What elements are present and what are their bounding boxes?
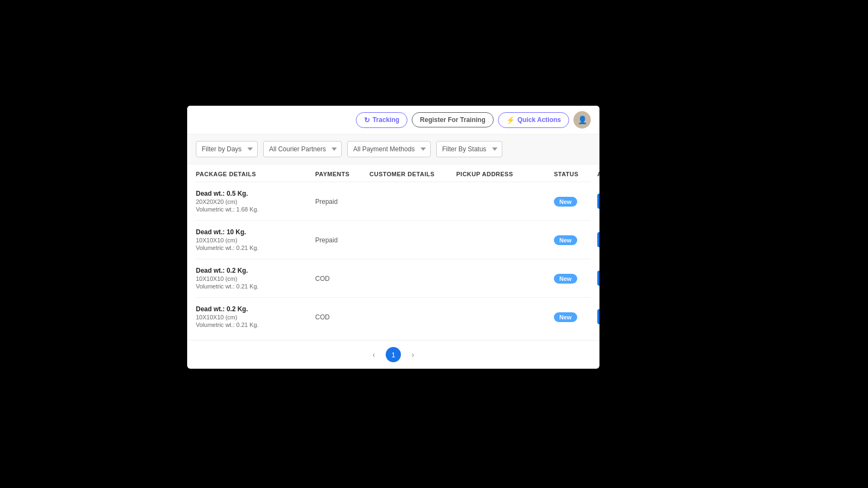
filter-payment-select[interactable]: All Payment Methods (347, 141, 431, 157)
pkg-volumetric: Volumetric wt.: 1.68 Kg. (196, 206, 315, 213)
actions-cell: SHIP NOW ⋮ (597, 194, 599, 209)
register-label: Register For Training (420, 116, 486, 124)
ship-now-button[interactable]: SHIP NOW (597, 309, 599, 324)
status-badge: New (554, 274, 577, 284)
orders-table: Package Details Payments Customer Detail… (187, 164, 599, 340)
avatar-icon: 👤 (578, 115, 587, 124)
table-row: Dead wt.: 0.2 Kg. 10X10X10 (cm) Volumetr… (196, 259, 591, 298)
ship-now-button[interactable]: SHIP NOW (597, 232, 599, 247)
bolt-icon: ⚡ (506, 116, 515, 124)
pkg-volumetric: Volumetric wt.: 0.21 Kg. (196, 322, 315, 328)
quick-actions-label: Quick Actions (518, 116, 561, 124)
pkg-dimensions: 20X20X20 (cm) (196, 198, 315, 205)
pagination-next[interactable]: › (405, 347, 420, 362)
actions-cell: SHIP NOW ⋮ (597, 232, 599, 247)
table-row: Dead wt.: 0.5 Kg. 20X20X20 (cm) Volumetr… (196, 182, 591, 221)
table-header: Package Details Payments Customer Detail… (196, 164, 591, 182)
pkg-dimensions: 10X10X10 (cm) (196, 237, 315, 243)
pkg-dimensions: 10X10X10 (cm) (196, 314, 315, 320)
payment-type: COD (315, 275, 330, 282)
page-number: 1 (391, 351, 395, 359)
status-badge: New (554, 235, 577, 245)
payment-type: COD (315, 313, 330, 321)
table-rows: Dead wt.: 0.5 Kg. 20X20X20 (cm) Volumetr… (196, 182, 591, 336)
pkg-details-cell: Dead wt.: 0.2 Kg. 10X10X10 (cm) Volumetr… (196, 305, 315, 328)
filter-status-select[interactable]: Filter By Status (436, 141, 502, 157)
payment-cell: COD (315, 273, 369, 283)
filter-bar: Filter by Days All Courier Partners All … (187, 134, 599, 164)
pagination-prev[interactable]: ‹ (366, 347, 381, 362)
payment-type: Prepaid (315, 236, 337, 244)
status-cell: New (554, 273, 597, 284)
pkg-volumetric: Volumetric wt.: 0.21 Kg. (196, 283, 315, 290)
tracking-icon: ↻ (364, 116, 370, 124)
tracking-label: Tracking (373, 116, 399, 124)
payment-cell: Prepaid (315, 196, 369, 206)
col-header-status: Status (554, 171, 597, 177)
pkg-dimensions: 10X10X10 (cm) (196, 275, 315, 282)
ship-now-button[interactable]: SHIP NOW (597, 194, 599, 209)
register-training-button[interactable]: Register For Training (412, 112, 494, 127)
payment-type: Prepaid (315, 198, 337, 206)
col-header-package: Package Details (196, 171, 315, 177)
status-badge: New (554, 312, 577, 322)
filter-days-select[interactable]: Filter by Days (196, 141, 258, 157)
pkg-weight: Dead wt.: 10 Kg. (196, 228, 315, 236)
pkg-weight: Dead wt.: 0.5 Kg. (196, 190, 315, 197)
status-cell: New (554, 196, 597, 207)
col-header-pickup: Pickup Address (456, 171, 554, 177)
filter-courier-select[interactable]: All Courier Partners (263, 141, 342, 157)
prev-arrow: ‹ (373, 350, 375, 359)
tracking-button[interactable]: ↻ Tracking (356, 112, 407, 128)
pkg-details-cell: Dead wt.: 0.2 Kg. 10X10X10 (cm) Volumetr… (196, 267, 315, 290)
header-bar: ↻ Tracking Register For Training ⚡ Quick… (187, 106, 599, 134)
actions-cell: SHIP NOW ⋮ (597, 309, 599, 324)
pagination-page-1[interactable]: 1 (386, 347, 401, 362)
payment-cell: Prepaid (315, 235, 369, 245)
main-panel: ↻ Tracking Register For Training ⚡ Quick… (187, 106, 599, 369)
pkg-details-cell: Dead wt.: 0.5 Kg. 20X20X20 (cm) Volumetr… (196, 190, 315, 213)
pkg-details-cell: Dead wt.: 10 Kg. 10X10X10 (cm) Volumetri… (196, 228, 315, 251)
col-header-customer: Customer Details (369, 171, 456, 177)
pkg-weight: Dead wt.: 0.2 Kg. (196, 267, 315, 274)
status-badge: New (554, 197, 577, 207)
pagination: ‹ 1 › (187, 340, 599, 369)
actions-cell: SHIP NOW ⋮ (597, 271, 599, 286)
payment-cell: COD (315, 312, 369, 322)
next-arrow: › (412, 350, 414, 359)
table-row: Dead wt.: 0.2 Kg. 10X10X10 (cm) Volumetr… (196, 298, 591, 336)
status-cell: New (554, 235, 597, 245)
avatar[interactable]: 👤 (573, 111, 591, 129)
table-row: Dead wt.: 10 Kg. 10X10X10 (cm) Volumetri… (196, 221, 591, 259)
quick-actions-button[interactable]: ⚡ Quick Actions (498, 112, 569, 128)
status-cell: New (554, 312, 597, 322)
ship-now-button[interactable]: SHIP NOW (597, 271, 599, 286)
pkg-weight: Dead wt.: 0.2 Kg. (196, 305, 315, 313)
col-header-payments: Payments (315, 171, 369, 177)
pkg-volumetric: Volumetric wt.: 0.21 Kg. (196, 245, 315, 251)
col-header-actions: Actions (597, 171, 599, 177)
